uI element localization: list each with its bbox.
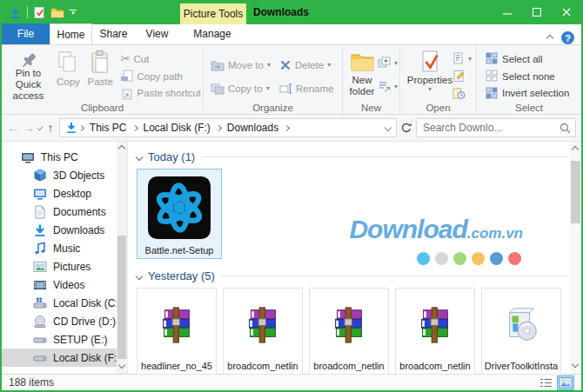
copy-path-button[interactable]: Copy path xyxy=(120,68,201,85)
sidebar-item-music[interactable]: Music xyxy=(2,239,127,257)
rename-icon xyxy=(279,83,292,95)
history-button[interactable] xyxy=(452,84,472,102)
collapse-group-icon[interactable] xyxy=(136,153,143,160)
sidebar-item-cd-drive-d[interactable]: CD Drive (D:) xyxy=(2,312,127,330)
select-all-button[interactable]: Select all xyxy=(486,50,569,68)
sidebar-item-this-pc[interactable]: This PC xyxy=(2,148,127,166)
invert-selection-button[interactable]: Invert selection xyxy=(486,84,569,102)
crumb-downloads[interactable]: Downloads xyxy=(223,122,283,134)
sidebar-item-setup-e[interactable]: SETUP (E:) xyxy=(2,330,127,349)
crumb-this-pc[interactable]: This PC xyxy=(85,122,131,134)
scrollbar-thumb[interactable] xyxy=(571,161,580,223)
open-button[interactable]: ▾ xyxy=(452,50,472,68)
file-tile-battlenet-setup[interactable]: Battle.net-Setup xyxy=(137,169,222,259)
file-tile-rar[interactable]: broadcom_netlin xyxy=(395,288,475,375)
group-rule xyxy=(221,276,569,276)
group-header-today[interactable]: Today (1) xyxy=(137,150,569,163)
crumb-separator-icon xyxy=(216,124,222,130)
properties-icon xyxy=(418,50,442,74)
search-box[interactable] xyxy=(416,118,576,137)
move-to-icon xyxy=(211,59,224,71)
sidebar-item-documents[interactable]: Documents xyxy=(2,203,127,221)
copy-button[interactable]: Copy xyxy=(53,48,84,102)
up-button[interactable]: ↑ xyxy=(45,121,56,135)
back-button[interactable]: ← xyxy=(7,121,19,135)
tab-manage[interactable]: Manage xyxy=(179,23,245,44)
qat-new-folder-icon[interactable] xyxy=(50,6,64,18)
navigation-pane: This PC 3D Objects Desktop Documents Dow… xyxy=(2,142,128,374)
sidebar-item-downloads[interactable]: Downloads xyxy=(2,221,127,239)
tab-home[interactable]: Home xyxy=(50,23,92,44)
music-note-icon xyxy=(33,242,47,256)
edit-button[interactable] xyxy=(452,68,472,85)
file-tile-installer[interactable]: DriverToolkitInsta xyxy=(481,288,561,375)
scroll-down-icon[interactable] xyxy=(118,362,125,369)
organize-group-label: Organize xyxy=(204,103,342,113)
scissors-icon: ✂ xyxy=(120,52,130,65)
properties-button[interactable]: Properties ▾ xyxy=(407,48,452,102)
computer-icon xyxy=(21,150,35,164)
ribbon-group-organize: Move to▾ Copy to▾ Delete▾ Rename Organiz… xyxy=(204,45,343,114)
address-dropdown-icon[interactable] xyxy=(385,124,392,131)
file-tile-rar[interactable]: broadcom_netlin xyxy=(223,288,303,375)
select-none-button[interactable]: Select none xyxy=(486,68,569,85)
open-group-label: Open xyxy=(400,103,476,113)
collapse-group-icon[interactable] xyxy=(136,272,143,279)
tab-share[interactable]: Share xyxy=(92,23,135,44)
tab-view[interactable]: View xyxy=(135,23,179,44)
file-name: DriverToolkitInsta xyxy=(485,361,558,371)
sidebar-item-local-disk-c[interactable]: Local Disk (C:) xyxy=(2,294,127,312)
cube-icon xyxy=(33,169,47,183)
scroll-up-icon[interactable] xyxy=(118,145,125,152)
sidebar-item-videos[interactable]: Videos xyxy=(2,276,127,294)
file-tile-rar[interactable]: headliner_no_45 xyxy=(137,288,217,375)
delete-button[interactable]: Delete▾ xyxy=(279,53,333,76)
content-scrollbar[interactable] xyxy=(570,142,581,374)
refresh-button[interactable] xyxy=(400,122,412,134)
sidebar-item-local-disk-f[interactable]: Local Disk (F:) xyxy=(2,349,127,367)
details-view-button[interactable] xyxy=(537,375,554,390)
invert-selection-icon xyxy=(486,87,499,100)
file-name: broadcom_netlin xyxy=(227,361,298,371)
crumb-local-disk-f[interactable]: Local Disk (F:) xyxy=(139,122,215,134)
picture-tools-contextual-tab[interactable]: Picture Tools xyxy=(180,3,246,24)
help-icon[interactable]: ? xyxy=(561,31,574,44)
picture-icon xyxy=(33,260,47,274)
scroll-down-icon[interactable] xyxy=(572,361,579,368)
cut-button[interactable]: ✂ Cut xyxy=(120,50,201,68)
maximize-button[interactable] xyxy=(522,0,552,24)
thumbnail-view-button[interactable] xyxy=(557,375,574,390)
address-breadcrumb[interactable]: This PC Local Disk (F:) Downloads xyxy=(59,118,397,137)
recent-locations-icon[interactable] xyxy=(37,124,43,130)
download-arrow-icon xyxy=(33,223,47,237)
scroll-up-icon[interactable] xyxy=(572,146,579,153)
forward-button[interactable]: → xyxy=(23,121,35,135)
minimize-button[interactable] xyxy=(493,0,522,24)
pin-to-quick-access-button[interactable]: Pin to Quick access xyxy=(3,48,53,102)
easy-access-button[interactable]: ▾ xyxy=(378,75,398,98)
search-input[interactable] xyxy=(421,121,560,135)
sidebar-item-pictures[interactable]: Pictures xyxy=(2,257,127,276)
file-tile-rar[interactable]: broadcom_netlin xyxy=(309,288,389,375)
tab-file[interactable]: File xyxy=(2,23,50,44)
paste-shortcut-button[interactable]: Paste shortcut xyxy=(120,84,201,102)
qat-properties-icon[interactable] xyxy=(33,6,45,19)
thumbnail-view-icon xyxy=(559,377,573,389)
sidebar-scrollbar[interactable] xyxy=(117,142,127,374)
paste-button[interactable]: Paste xyxy=(84,48,117,102)
copy-to-button[interactable]: Copy to▾ xyxy=(211,76,271,100)
sidebar-item-3d-objects[interactable]: 3D Objects xyxy=(2,166,127,184)
group-header-yesterday[interactable]: Yesterday (5) xyxy=(137,269,569,282)
crumb-separator-icon xyxy=(78,124,84,130)
clipboard-group-label: Clipboard xyxy=(2,103,203,113)
sidebar-item-desktop[interactable]: Desktop xyxy=(2,184,127,203)
close-button[interactable] xyxy=(552,0,581,24)
minimize-ribbon-icon[interactable] xyxy=(546,34,553,41)
scrollbar-thumb[interactable] xyxy=(117,236,126,359)
move-to-button[interactable]: Move to▾ xyxy=(211,53,271,76)
file-name: headliner_no_45 xyxy=(141,361,212,371)
qat-customize-dropdown-icon[interactable]: ▾ xyxy=(70,10,77,15)
rename-button[interactable]: Rename xyxy=(279,76,333,100)
new-folder-button[interactable]: New folder xyxy=(346,48,378,102)
new-item-button[interactable]: ▾ xyxy=(378,51,398,75)
